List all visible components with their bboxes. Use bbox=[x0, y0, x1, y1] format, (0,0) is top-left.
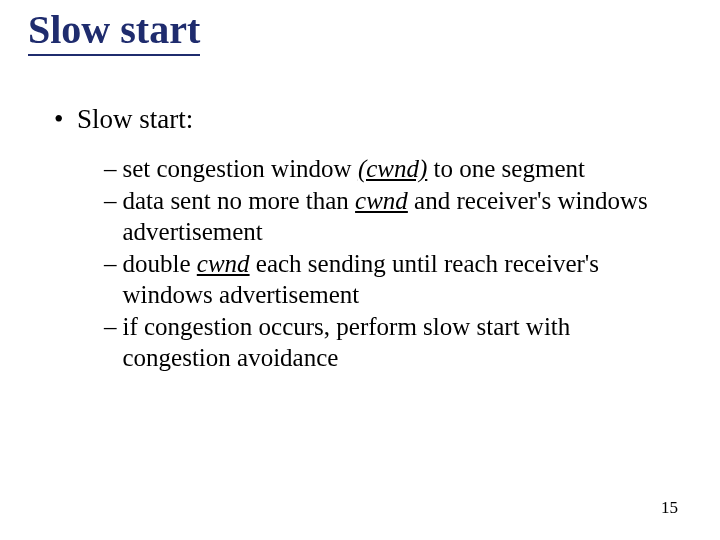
text-fragment: data sent no more than bbox=[123, 187, 356, 214]
text-fragment: to one segment bbox=[427, 155, 585, 182]
emphasis-cwnd: cwnd bbox=[355, 187, 408, 214]
slide-title: Slow start bbox=[28, 8, 200, 56]
bullet-level-1: • Slow start: bbox=[54, 104, 680, 136]
sub-bullet-text: double cwnd each sending until reach rec… bbox=[123, 249, 671, 310]
text-fragment: set congestion window bbox=[123, 155, 358, 182]
page-number: 15 bbox=[661, 498, 678, 518]
sub-bullet-item: – double cwnd each sending until reach r… bbox=[104, 249, 670, 310]
bullet-marker: • bbox=[54, 104, 63, 136]
emphasis-cwnd: (cwnd) bbox=[358, 155, 427, 182]
sub-bullet-item: – if congestion occurs, perform slow sta… bbox=[104, 312, 670, 373]
sub-bullet-item: – set congestion window (cwnd) to one se… bbox=[104, 154, 670, 185]
bullet-text-inner: Slow start: bbox=[77, 104, 193, 134]
slide: Slow start • Slow start: – set congestio… bbox=[0, 0, 720, 540]
dash-icon: – bbox=[104, 186, 123, 247]
sub-bullet-item: – data sent no more than cwnd and receiv… bbox=[104, 186, 670, 247]
sub-bullet-text: set congestion window (cwnd) to one segm… bbox=[123, 154, 671, 185]
dash-icon: – bbox=[104, 154, 123, 185]
sub-bullet-text: data sent no more than cwnd and receiver… bbox=[123, 186, 671, 247]
bullet-text: Slow start: bbox=[70, 104, 193, 134]
emphasis-cwnd: cwnd bbox=[197, 250, 250, 277]
dash-icon: – bbox=[104, 249, 123, 310]
slide-content: • Slow start: – set congestion window (c… bbox=[54, 104, 680, 375]
sub-bullet-list: – set congestion window (cwnd) to one se… bbox=[104, 154, 680, 374]
dash-icon: – bbox=[104, 312, 123, 373]
text-fragment: if congestion occurs, perform slow start… bbox=[123, 313, 571, 371]
sub-bullet-text: if congestion occurs, perform slow start… bbox=[123, 312, 671, 373]
text-fragment: double bbox=[123, 250, 197, 277]
